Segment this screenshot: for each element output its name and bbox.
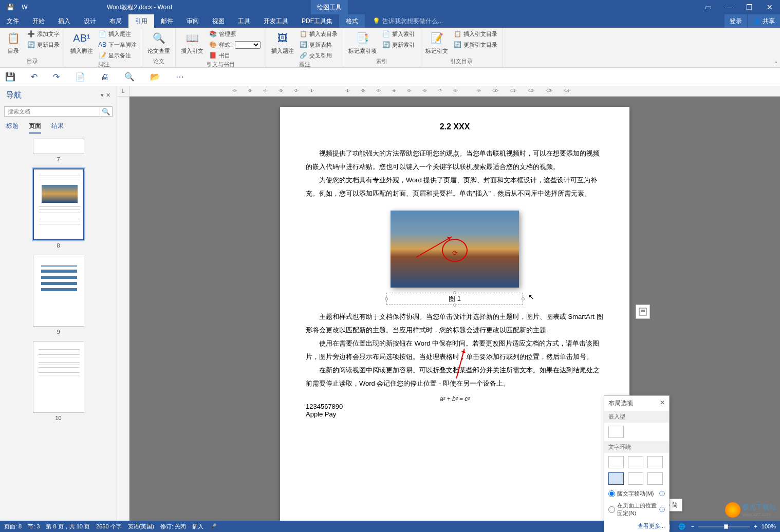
popup-close-icon[interactable]: ✕ (660, 399, 665, 408)
maximize-icon[interactable]: ❐ (739, 0, 759, 14)
page-thumb-9[interactable] (33, 255, 84, 327)
update-table-button[interactable]: 🔄更新表格 (297, 40, 340, 50)
wrap-square-option[interactable] (608, 456, 624, 468)
status-track[interactable]: 修订: 关闭 (160, 523, 186, 530)
page-thumb-7[interactable] (33, 139, 84, 154)
tab-view[interactable]: 视图 (206, 14, 231, 28)
qat-redo-icon[interactable]: ↷ (53, 72, 60, 82)
fix-position-radio[interactable]: 在页面上的位置固定(N) ⓘ (604, 500, 669, 519)
insert-table-figures-button[interactable]: 📋插入表目录 (297, 29, 340, 39)
status-section[interactable]: 节: 3 (28, 523, 40, 530)
page-thumb-8[interactable] (33, 168, 84, 240)
insert-authorities-button[interactable]: 📋插入引文目录 (451, 29, 499, 39)
toc-button[interactable]: 📋 目录 (3, 29, 24, 58)
minimize-icon[interactable]: — (718, 0, 739, 14)
tab-home[interactable]: 开始 (26, 14, 51, 28)
status-record-icon[interactable]: 🎤 (210, 523, 217, 530)
qat-more-icon[interactable]: ⋯ (176, 72, 184, 82)
bibliography-button[interactable]: 📕书目 (207, 50, 263, 61)
info-icon[interactable]: ⓘ (659, 490, 665, 498)
tab-design[interactable]: 设计 (77, 14, 103, 28)
mark-citation-button[interactable]: 📝 标记引文 (423, 29, 450, 58)
tab-pdf[interactable]: PDF工具集 (295, 14, 339, 28)
show-notes-button[interactable]: 📝显示备注 (96, 50, 139, 61)
nav-search-button[interactable]: 🔍 (100, 106, 113, 117)
wrap-inline-option[interactable] (608, 426, 624, 438)
wrap-front-option[interactable] (647, 472, 663, 485)
status-page[interactable]: 页面: 8 (4, 523, 22, 530)
tab-developer[interactable]: 开发工具 (257, 14, 295, 28)
status-insert[interactable]: 插入 (192, 523, 203, 530)
resize-handle[interactable] (453, 291, 456, 294)
insert-caption-button[interactable]: 🖼 插入题注 (269, 29, 296, 61)
nav-close-icon[interactable]: ✕ (106, 92, 110, 99)
mark-index-button[interactable]: 📑 标记索引项 (346, 29, 379, 58)
document-page[interactable]: 2.2 XXX 视频提供了功能强大的方法帮助您证明您的观点。当您单击联机视频时，… (280, 107, 629, 521)
nav-tab-pages[interactable]: 页面 (29, 122, 41, 134)
resize-handle[interactable] (522, 297, 525, 300)
tab-file[interactable]: 文件 (0, 14, 26, 28)
zoom-slider[interactable] (698, 526, 750, 527)
zoom-out-icon[interactable]: − (691, 523, 694, 529)
ribbon-display-icon[interactable]: ▭ (698, 0, 718, 14)
cross-reference-button[interactable]: 🔗交叉引用 (297, 50, 340, 61)
insert-endnote-button[interactable]: 📄插入尾注 (96, 29, 139, 39)
insert-footnote-button[interactable]: AB¹ 插入脚注 (68, 29, 95, 61)
tab-insert[interactable]: 插入 (51, 14, 77, 28)
login-button[interactable]: 登录 (725, 14, 747, 28)
tab-references[interactable]: 引用 (128, 14, 154, 28)
caption-textbox[interactable]: 图 1 (386, 293, 523, 305)
horizontal-ruler[interactable]: ·6··5··4··3··2··1··1··2··3··4··5··6··7··… (129, 86, 780, 97)
nav-tab-results[interactable]: 结果 (51, 122, 64, 134)
manage-sources-button[interactable]: 📚管理源 (207, 29, 263, 39)
add-text-button[interactable]: ➕添加文字 (25, 29, 62, 39)
save-icon[interactable]: 💾 (4, 2, 16, 12)
update-index-button[interactable]: 🔄更新索引 (380, 40, 417, 50)
zoom-level[interactable]: 100% (762, 523, 776, 529)
tab-format[interactable]: 格式 (339, 14, 365, 28)
rotate-handle-icon[interactable]: ⟳ (452, 249, 458, 257)
tab-review[interactable]: 审阅 (180, 14, 206, 28)
status-language[interactable]: 英语(美国) (128, 523, 154, 530)
close-icon[interactable]: ✕ (759, 0, 780, 14)
status-page-of[interactable]: 第 8 页，共 10 页 (46, 523, 90, 530)
insert-index-button[interactable]: 📄插入索引 (380, 29, 417, 39)
qat-new-icon[interactable]: 📄 (75, 72, 85, 82)
info-icon[interactable]: ⓘ (659, 506, 665, 514)
update-toc-button[interactable]: 🔄更新目录 (25, 40, 62, 50)
share-button[interactable]: 👤共享 (748, 14, 780, 28)
layout-options-button[interactable] (636, 305, 650, 319)
wrap-behind-option[interactable] (628, 472, 643, 485)
style-dropdown[interactable]: 🎨样式: (207, 40, 263, 50)
qat-undo-icon[interactable]: ↶ (31, 72, 38, 82)
insert-citation-button[interactable]: 📖 插入引文 (179, 29, 206, 61)
nav-search-input[interactable] (4, 106, 100, 117)
vertical-ruler[interactable] (117, 97, 129, 521)
tab-mailings[interactable]: 邮件 (154, 14, 180, 28)
see-more-link[interactable]: 查看更多... (604, 519, 669, 532)
resize-handle[interactable] (453, 303, 456, 307)
tab-tools[interactable]: 工具 (231, 14, 257, 28)
move-with-text-radio[interactable]: 随文字移动(M) ⓘ (604, 488, 669, 500)
qat-open-icon[interactable]: 📂 (150, 72, 160, 82)
status-words[interactable]: 2650 个字 (96, 523, 122, 530)
view-web-icon[interactable]: 🌐 (677, 522, 687, 530)
wrap-topbottom-option[interactable] (608, 472, 624, 485)
resize-handle[interactable] (385, 297, 388, 300)
update-authorities-button[interactable]: 🔄更新引文目录 (451, 40, 499, 50)
collapse-ribbon-icon[interactable]: ⌃ (774, 61, 778, 66)
wrap-through-option[interactable] (647, 456, 663, 468)
tell-me-search[interactable]: 💡 告诉我您想要做什么... (373, 17, 443, 26)
page-thumb-10[interactable] (33, 341, 84, 413)
zoom-in-icon[interactable]: + (754, 523, 757, 529)
document-image[interactable]: ⟳ (391, 211, 519, 288)
nav-tab-headings[interactable]: 标题 (6, 122, 18, 134)
qat-print-icon[interactable]: 🖨 (101, 72, 109, 82)
nav-dropdown-icon[interactable]: ▾ (101, 92, 104, 99)
wrap-tight-option[interactable] (628, 456, 643, 468)
tab-layout[interactable]: 布局 (103, 14, 128, 28)
qat-preview-icon[interactable]: 🔍 (124, 72, 135, 82)
paper-check-button[interactable]: 🔍 论文查重 (145, 29, 172, 58)
next-footnote-button[interactable]: AB下一条脚注 (96, 40, 139, 50)
qat-save-icon[interactable]: 💾 (5, 72, 15, 82)
